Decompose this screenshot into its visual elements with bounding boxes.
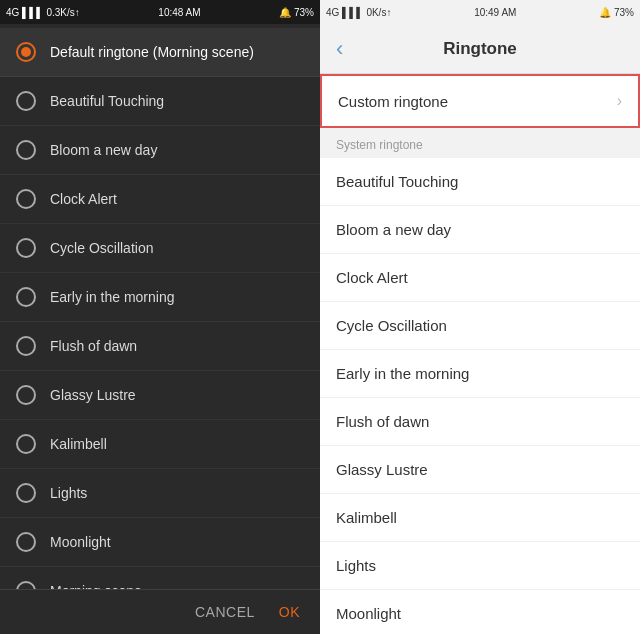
left-network-speed: 0.3K/s↑ bbox=[46, 7, 79, 18]
left-item-label: Kalimbell bbox=[50, 436, 107, 452]
radio-circle bbox=[16, 434, 36, 454]
right-item-label: Flush of dawn bbox=[336, 413, 429, 430]
back-button[interactable]: ‹ bbox=[336, 36, 351, 62]
left-ringtone-item[interactable]: Clock Alert bbox=[0, 175, 320, 224]
right-ringtone-item[interactable]: Cycle Oscillation bbox=[320, 302, 640, 350]
right-content: Custom ringtone › System ringtone Beauti… bbox=[320, 74, 640, 634]
radio-circle bbox=[16, 91, 36, 111]
right-statusbar: 4G ▌▌▌ 0K/s↑ 10:49 AM 🔔 73% bbox=[320, 0, 640, 24]
radio-circle bbox=[16, 336, 36, 356]
right-status-right: 🔔 73% bbox=[599, 7, 634, 18]
right-item-label: Kalimbell bbox=[336, 509, 397, 526]
cancel-button[interactable]: CANCEL bbox=[195, 604, 255, 620]
radio-circle bbox=[16, 483, 36, 503]
right-ringtone-item[interactable]: Glassy Lustre bbox=[320, 446, 640, 494]
radio-circle bbox=[16, 385, 36, 405]
ok-button[interactable]: OK bbox=[279, 604, 300, 620]
right-item-label: Cycle Oscillation bbox=[336, 317, 447, 334]
left-ringtone-item[interactable]: Glassy Lustre bbox=[0, 371, 320, 420]
right-signal: 4G ▌▌▌ bbox=[326, 7, 363, 18]
right-item-label: Moonlight bbox=[336, 605, 401, 622]
left-status-left: 4G ▌▌▌ 0.3K/s↑ bbox=[6, 7, 80, 18]
right-ringtone-item[interactable]: Moonlight bbox=[320, 590, 640, 634]
right-item-label: Lights bbox=[336, 557, 376, 574]
left-ringtone-item[interactable]: Cycle Oscillation bbox=[0, 224, 320, 273]
radio-circle bbox=[16, 189, 36, 209]
right-item-label: Clock Alert bbox=[336, 269, 408, 286]
right-ringtone-item[interactable]: Kalimbell bbox=[320, 494, 640, 542]
right-header: ‹ Ringtone bbox=[320, 24, 640, 74]
chevron-right-icon: › bbox=[617, 92, 622, 110]
left-item-label: Cycle Oscillation bbox=[50, 240, 153, 256]
left-item-label: Lights bbox=[50, 485, 87, 501]
left-item-label: Bloom a new day bbox=[50, 142, 157, 158]
left-panel: 4G ▌▌▌ 0.3K/s↑ 10:48 AM 🔔 73% Default ri… bbox=[0, 0, 320, 634]
right-ringtone-item[interactable]: Clock Alert bbox=[320, 254, 640, 302]
left-time: 10:48 AM bbox=[158, 7, 200, 18]
radio-circle bbox=[16, 581, 36, 589]
left-ringtone-item[interactable]: Kalimbell bbox=[0, 420, 320, 469]
radio-circle bbox=[16, 42, 36, 62]
right-item-label: Early in the morning bbox=[336, 365, 469, 382]
left-ringtone-list: Default ringtone (Morning scene)Beautifu… bbox=[0, 24, 320, 589]
left-item-label: Early in the morning bbox=[50, 289, 175, 305]
left-battery-icons: 🔔 73% bbox=[279, 7, 314, 18]
right-panel: 4G ▌▌▌ 0K/s↑ 10:49 AM 🔔 73% ‹ Ringtone C… bbox=[320, 0, 640, 634]
right-item-label: Glassy Lustre bbox=[336, 461, 428, 478]
left-item-label: Flush of dawn bbox=[50, 338, 137, 354]
section-header: System ringtone bbox=[320, 128, 640, 158]
page-title: Ringtone bbox=[443, 39, 517, 59]
left-ringtone-item[interactable]: Flush of dawn bbox=[0, 322, 320, 371]
left-item-label: Default ringtone (Morning scene) bbox=[50, 44, 254, 60]
right-status-left: 4G ▌▌▌ 0K/s↑ bbox=[326, 7, 391, 18]
radio-circle bbox=[16, 140, 36, 160]
left-signal: 4G ▌▌▌ bbox=[6, 7, 43, 18]
right-time: 10:49 AM bbox=[474, 7, 516, 18]
left-item-label: Glassy Lustre bbox=[50, 387, 136, 403]
right-ringtone-item[interactable]: Bloom a new day bbox=[320, 206, 640, 254]
right-network-speed: 0K/s↑ bbox=[366, 7, 391, 18]
right-ringtone-item[interactable]: Early in the morning bbox=[320, 350, 640, 398]
right-ringtone-list: Beautiful TouchingBloom a new dayClock A… bbox=[320, 158, 640, 634]
radio-circle bbox=[16, 532, 36, 552]
left-statusbar: 4G ▌▌▌ 0.3K/s↑ 10:48 AM 🔔 73% bbox=[0, 0, 320, 24]
left-ringtone-item[interactable]: Early in the morning bbox=[0, 273, 320, 322]
left-ringtone-item[interactable]: Default ringtone (Morning scene) bbox=[0, 28, 320, 77]
right-ringtone-item[interactable]: Beautiful Touching bbox=[320, 158, 640, 206]
right-ringtone-item[interactable]: Lights bbox=[320, 542, 640, 590]
radio-circle bbox=[16, 287, 36, 307]
right-battery-icons: 🔔 73% bbox=[599, 7, 634, 18]
left-ringtone-item[interactable]: Beautiful Touching bbox=[0, 77, 320, 126]
left-ringtone-item[interactable]: Bloom a new day bbox=[0, 126, 320, 175]
custom-ringtone-row[interactable]: Custom ringtone › bbox=[320, 74, 640, 128]
right-ringtone-item[interactable]: Flush of dawn bbox=[320, 398, 640, 446]
left-item-label: Clock Alert bbox=[50, 191, 117, 207]
left-item-label: Beautiful Touching bbox=[50, 93, 164, 109]
left-item-label: Moonlight bbox=[50, 534, 111, 550]
right-item-label: Beautiful Touching bbox=[336, 173, 458, 190]
left-ringtone-item[interactable]: Morning scene bbox=[0, 567, 320, 589]
left-status-right: 🔔 73% bbox=[279, 7, 314, 18]
left-bottom-buttons: CANCEL OK bbox=[0, 589, 320, 634]
radio-circle bbox=[16, 238, 36, 258]
left-ringtone-item[interactable]: Moonlight bbox=[0, 518, 320, 567]
left-ringtone-item[interactable]: Lights bbox=[0, 469, 320, 518]
custom-ringtone-label: Custom ringtone bbox=[338, 93, 448, 110]
right-item-label: Bloom a new day bbox=[336, 221, 451, 238]
